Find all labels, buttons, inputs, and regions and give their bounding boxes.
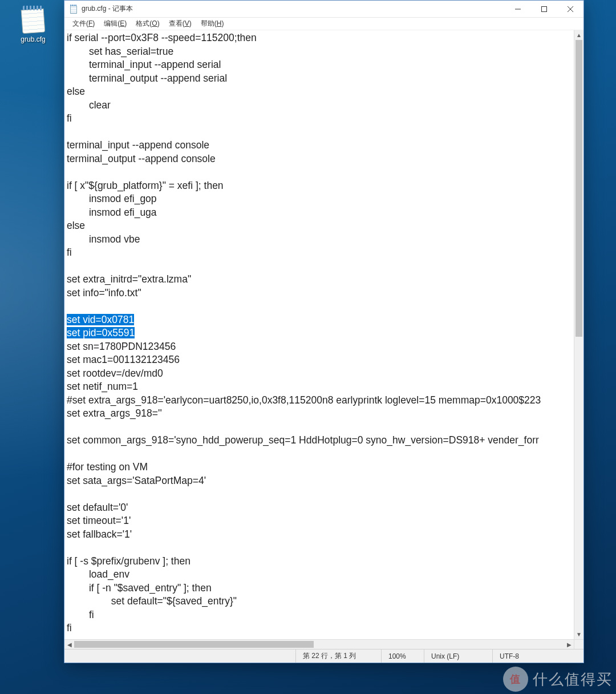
vertical-scrollbar[interactable]: ▲ ▼ [574,30,583,639]
scrollbar-corner [574,639,583,649]
scroll-left-button[interactable]: ◀ [64,640,74,649]
menu-view[interactable]: 查看(V) [164,18,196,30]
maximize-button[interactable] [531,1,557,17]
notepad-file-icon [19,6,47,33]
horizontal-scrollbar[interactable]: ◀ ▶ [64,639,574,649]
horizontal-scroll-thumb[interactable] [74,641,314,648]
menu-file[interactable]: 文件(F) [68,18,99,30]
desktop-file-label: grub.cfg [11,35,55,43]
menubar: 文件(F) 编辑(E) 格式(O) 查看(V) 帮助(H) [64,18,583,30]
minimize-button[interactable] [505,1,531,17]
status-cursor-position: 第 22 行，第 1 列 [295,649,381,663]
status-zoom: 100% [381,649,424,663]
selected-text-line1: set vid=0x0781 [67,314,134,325]
status-spacer [64,649,295,663]
statusbar: 第 22 行，第 1 列 100% Unix (LF) UTF-8 [64,649,583,663]
desktop-file-icon[interactable]: grub.cfg [11,6,55,43]
vertical-scroll-thumb[interactable] [576,40,582,337]
close-icon [568,6,573,12]
text-before-selection: if serial --port=0x3F8 --speed=115200;th… [67,32,257,298]
maximize-icon [541,6,547,12]
menu-help[interactable]: 帮助(H) [196,18,229,30]
window-title: grub.cfg - 记事本 [82,4,133,14]
scroll-down-button[interactable]: ▼ [574,630,583,639]
notepad-app-icon [69,5,78,14]
menu-format[interactable]: 格式(O) [131,18,164,30]
status-encoding: UTF-8 [492,649,583,663]
watermark-badge-icon: 值 [503,667,528,692]
text-editor[interactable]: if serial --port=0x3F8 --speed=115200;th… [64,30,574,639]
status-line-ending: Unix (LF) [424,649,492,663]
close-button[interactable] [557,1,583,17]
desktop: grub.cfg grub.cfg - 记事本 文件(F) [0,0,616,694]
menu-edit[interactable]: 编辑(E) [99,18,131,30]
editor-area: if serial --port=0x3F8 --speed=115200;th… [64,30,583,649]
text-after-selection: set sn=1780PDN123456 set mac1=0011321234… [67,341,541,634]
titlebar[interactable]: grub.cfg - 记事本 [64,1,583,18]
selected-text-line2: set pid=0x5591 [67,327,135,338]
scroll-up-button[interactable]: ▲ [574,30,583,40]
minimize-icon [515,6,521,12]
watermark-text: 什么值得买 [533,669,613,689]
scroll-right-button[interactable]: ▶ [564,640,574,649]
svg-rect-0 [542,6,547,11]
watermark: 值 什么值得买 [503,667,613,692]
notepad-window: grub.cfg - 记事本 文件(F) 编辑(E) 格式(O) 查看(V) 帮… [64,0,584,663]
